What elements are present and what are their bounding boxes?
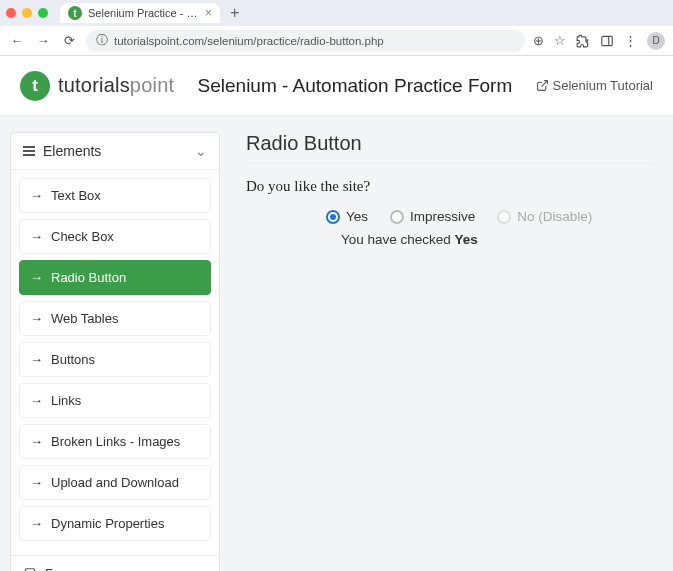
close-window-icon[interactable] [6,8,16,18]
sidebar-item-buttons[interactable]: →Buttons [19,342,211,377]
question-text: Do you like the site? [246,178,653,195]
menu-icon [23,146,35,156]
zoom-icon[interactable]: ⊕ [533,33,544,48]
sidebar-item-label: Web Tables [51,311,118,326]
brand-strong: tutorials [58,74,130,96]
toolbar-right: ⊕ ☆ ⋮ D [533,32,665,50]
browser-chrome: t Selenium Practice - Radio Bu × + ← → ⟳… [0,0,673,56]
minimize-window-icon[interactable] [22,8,32,18]
brand-logo-icon: t [20,71,50,101]
menu-icon[interactable]: ⋮ [624,33,637,48]
reload-button[interactable]: ⟳ [60,33,78,48]
sidebar-item-label: Links [51,393,81,408]
sidebar-item-label: Radio Button [51,270,126,285]
sidebar-elements-label: Elements [43,143,101,159]
back-button[interactable]: ← [8,33,26,48]
radio-label: Yes [346,209,368,224]
chevron-down-icon: ⌄ [195,143,207,159]
tutorial-link[interactable]: Selenium Tutorial [536,78,653,93]
profile-avatar[interactable]: D [647,32,665,50]
brand-text: tutorialspoint [58,74,174,97]
extensions-icon[interactable] [576,34,590,48]
page-title: Selenium - Automation Practice Form [198,75,513,97]
arrow-right-icon: → [30,475,43,490]
sidebar-forms-label: Forms [45,566,82,571]
form-icon [23,567,37,572]
arrow-right-icon: → [30,229,43,244]
sidebar-section-forms[interactable]: Forms ⌄ [11,555,219,571]
close-tab-icon[interactable]: × [205,6,212,20]
new-tab-button[interactable]: + [226,4,243,22]
radio-group: Yes Impressive No (Disable) [246,209,653,224]
sidebar: Elements ⌄ →Text Box →Check Box →Radio B… [10,132,220,571]
sidebar-item-label: Broken Links - Images [51,434,180,449]
sidebar-item-upload-download[interactable]: →Upload and Download [19,465,211,500]
svg-line-2 [541,81,547,87]
maximize-window-icon[interactable] [38,8,48,18]
tutorial-link-label: Selenium Tutorial [553,78,653,93]
radio-option-impressive[interactable]: Impressive [390,209,475,224]
radio-option-no: No (Disable) [497,209,592,224]
sidebar-item-broken-links[interactable]: →Broken Links - Images [19,424,211,459]
address-bar: ← → ⟳ ⓘ tutorialspoint.com/selenium/prac… [0,26,673,56]
url-text: tutorialspoint.com/selenium/practice/rad… [114,35,384,47]
browser-tab[interactable]: t Selenium Practice - Radio Bu × [60,3,220,23]
sidebar-item-label: Text Box [51,188,101,203]
main: Radio Button Do you like the site? Yes I… [236,132,663,571]
brand-light: point [130,74,174,96]
arrow-right-icon: → [30,352,43,367]
sidebar-item-label: Buttons [51,352,95,367]
content: Elements ⌄ →Text Box →Check Box →Radio B… [0,116,673,571]
main-heading: Radio Button [246,132,653,164]
sidebar-item-label: Check Box [51,229,114,244]
chevron-down-icon: ⌄ [196,566,207,571]
arrow-right-icon: → [30,393,43,408]
radio-label: No (Disable) [517,209,592,224]
arrow-right-icon: → [30,188,43,203]
tab-title: Selenium Practice - Radio Bu [88,7,199,19]
favicon-icon: t [68,6,82,20]
sidebar-item-label: Dynamic Properties [51,516,164,531]
radio-icon [326,210,340,224]
arrow-right-icon: → [30,516,43,531]
sidebar-item-text-box[interactable]: →Text Box [19,178,211,213]
sidebar-item-web-tables[interactable]: →Web Tables [19,301,211,336]
result-value: Yes [455,232,478,247]
brand[interactable]: t tutorialspoint [20,71,174,101]
result-text: You have checked Yes [246,232,653,247]
page-header: t tutorialspoint Selenium - Automation P… [0,56,673,116]
window-controls [6,8,48,18]
arrow-right-icon: → [30,311,43,326]
site-info-icon[interactable]: ⓘ [96,33,108,48]
result-prefix: You have checked [341,232,455,247]
arrow-right-icon: → [30,434,43,449]
radio-icon [390,210,404,224]
sidebar-section-elements[interactable]: Elements ⌄ [11,133,219,170]
radio-option-yes[interactable]: Yes [326,209,368,224]
sidebar-list: →Text Box →Check Box →Radio Button →Web … [11,170,219,555]
sidebar-item-check-box[interactable]: →Check Box [19,219,211,254]
svg-rect-0 [602,36,613,45]
forward-button[interactable]: → [34,33,52,48]
external-link-icon [536,79,549,92]
sidebar-item-dynamic-properties[interactable]: →Dynamic Properties [19,506,211,541]
tab-bar: t Selenium Practice - Radio Bu × + [0,0,673,26]
side-panel-icon[interactable] [600,34,614,48]
sidebar-item-label: Upload and Download [51,475,179,490]
radio-label: Impressive [410,209,475,224]
arrow-right-icon: → [30,270,43,285]
radio-icon [497,210,511,224]
url-input[interactable]: ⓘ tutorialspoint.com/selenium/practice/r… [86,30,525,52]
bookmark-icon[interactable]: ☆ [554,33,566,48]
sidebar-item-radio-button[interactable]: →Radio Button [19,260,211,295]
sidebar-item-links[interactable]: →Links [19,383,211,418]
